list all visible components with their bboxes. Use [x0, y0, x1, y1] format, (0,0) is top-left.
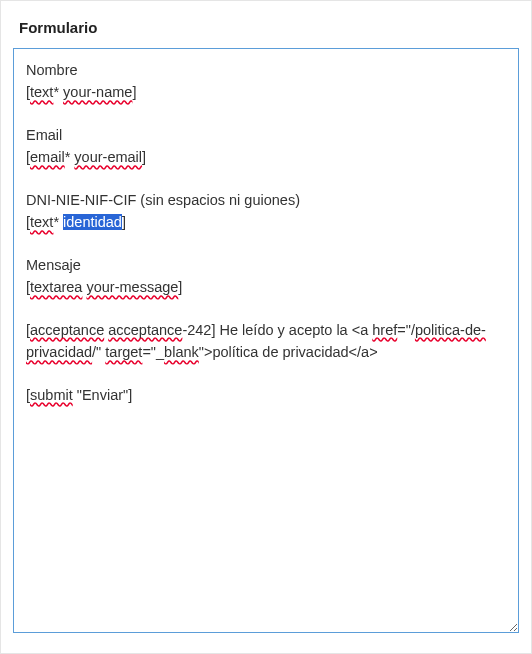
- field-tag-line: [text* identidad]: [26, 211, 506, 233]
- form-block: Email[email* your-email]: [26, 124, 506, 169]
- field-label-line: Nombre: [26, 59, 506, 81]
- form-block: DNI-NIE-NIF-CIF (sin espacios ni guiones…: [26, 189, 506, 234]
- form-block: [acceptance acceptance-242] He leído y a…: [26, 319, 506, 364]
- field-tag-line: [textarea your-message]: [26, 276, 506, 298]
- panel-title: Formulario: [19, 19, 519, 36]
- form-line: [acceptance acceptance-242] He leído y a…: [26, 319, 506, 364]
- form-block: [submit "Enviar"]: [26, 384, 506, 406]
- form-panel: Formulario Nombre[text* your-name]Email[…: [0, 0, 532, 654]
- field-label-line: DNI-NIE-NIF-CIF (sin espacios ni guiones…: [26, 189, 506, 211]
- form-line: [submit "Enviar"]: [26, 384, 506, 406]
- form-template-textarea[interactable]: Nombre[text* your-name]Email[email* your…: [13, 48, 519, 633]
- field-label-line: Email: [26, 124, 506, 146]
- form-block: Nombre[text* your-name]: [26, 59, 506, 104]
- field-tag-line: [text* your-name]: [26, 81, 506, 103]
- form-block: Mensaje[textarea your-message]: [26, 254, 506, 299]
- field-label-line: Mensaje: [26, 254, 506, 276]
- field-tag-line: [email* your-email]: [26, 146, 506, 168]
